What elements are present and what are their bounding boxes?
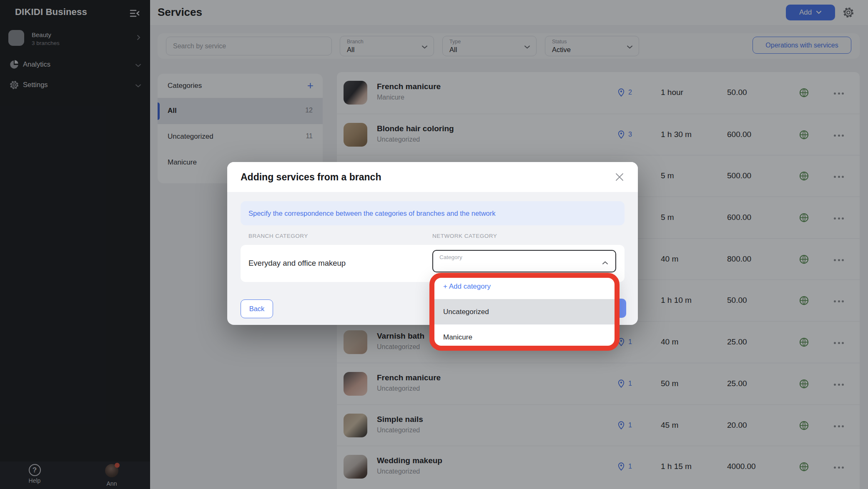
info-banner-text: Specify the correspondence between the c… [248, 210, 496, 217]
category-dropdown-menu: + Add category Uncategorized Manicure [432, 274, 616, 349]
select-placeholder: Category [439, 254, 462, 260]
network-category-select[interactable]: Category [432, 250, 616, 272]
back-button[interactable]: Back [241, 299, 273, 318]
info-banner: Specify the correspondence between the c… [241, 201, 625, 225]
modal-title: Adding services from a branch [241, 172, 381, 183]
branch-category-value: Everyday and office makeup [248, 259, 346, 268]
dropdown-option-manicure[interactable]: Manicure [432, 324, 616, 349]
network-category-column-label: NETWORK CATEGORY [432, 233, 497, 239]
add-category-option[interactable]: + Add category [432, 274, 616, 299]
chevron-up-icon [602, 259, 608, 267]
close-icon[interactable] [615, 172, 625, 183]
modal-header: Adding services from a branch [227, 162, 638, 192]
branch-category-column-label: BRANCH CATEGORY [248, 233, 308, 239]
dropdown-option-uncategorized[interactable]: Uncategorized [432, 299, 616, 324]
